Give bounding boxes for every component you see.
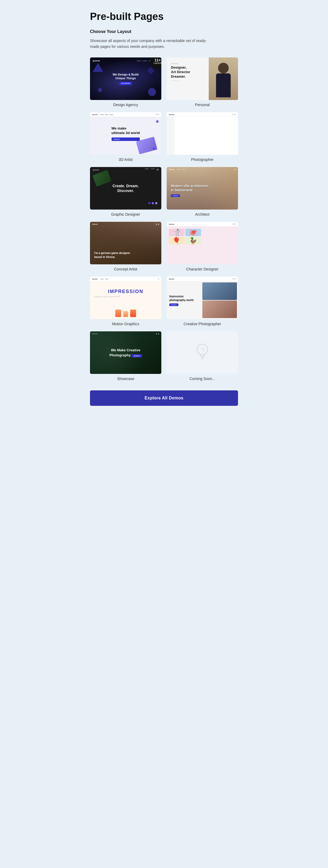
layout-label-creative-photographer: Creative Photographer: [184, 322, 221, 326]
motion-graphics-hero-text: IMPRESSION: [94, 289, 157, 294]
graphic-designer-hero-text: Create. Dream.Discover.: [113, 184, 139, 193]
layout-item-personal[interactable]: Q Quanta Designer,Art DirectorDreamer. P…: [167, 57, 238, 107]
layout-label-photographer: Photographer: [191, 157, 214, 162]
layout-label-design-agency: Design Agency: [113, 103, 138, 107]
concept-artist-hero-text: I'm a german game designerbased in Vienn…: [94, 251, 130, 259]
badge-number: 11+: [155, 58, 161, 62]
layout-label-personal: Personal: [195, 103, 210, 107]
lightbulb-icon: [194, 342, 210, 363]
explore-all-demos-button[interactable]: Explore All Demos: [90, 391, 238, 406]
showcase-hero-text: We Make CreativePhotography Explore: [109, 348, 142, 358]
layout-item-3d-artist[interactable]: Quanta Home Work About We makeultimate 3…: [90, 112, 161, 162]
layout-label-motion-graphics: Motion Graphics: [112, 322, 139, 326]
layout-label-concept-artist: Concept Artist: [114, 267, 137, 271]
layout-item-architect[interactable]: Quanta Home Work Modern villa architectu…: [167, 167, 238, 216]
layout-item-showcase[interactable]: Quanta We Make CreativePhotography Explo…: [90, 331, 161, 381]
layout-item-coming-soon: Coming Soon...: [167, 331, 238, 381]
layout-item-creative-photographer[interactable]: Quanta Impressionphotography world Explo…: [167, 277, 238, 326]
layout-label-architect: Architect: [195, 212, 210, 216]
layouts-grid: Quanta We Design & BuildUnique Thing: [90, 57, 238, 381]
layout-item-photographer[interactable]: Quanta Project Name: [167, 112, 238, 162]
badge-label: Layouts: [153, 62, 161, 64]
page-title: Pre-built Pages: [90, 11, 238, 23]
layout-label-character-designer: Character Designer: [186, 267, 218, 271]
layout-item-design-agency[interactable]: Quanta We Design & BuildUnique Thing: [90, 57, 161, 107]
creative-photographer-hero-text: Impressionphotography world: [169, 294, 200, 302]
layout-label-coming-soon: Coming Soon...: [190, 377, 215, 381]
layout-label-3d-artist: 3D Artist: [119, 157, 133, 162]
layout-item-concept-artist[interactable]: Quanta I'm a german game designerbased i…: [90, 222, 161, 271]
design-agency-hero-text: We Design & BuildUnique Things: [113, 72, 139, 80]
layout-item-motion-graphics[interactable]: Quanta Home Work IMPRESSION: [90, 277, 161, 326]
personal-hero-text: Designer,Art DirectorDreamer.: [171, 65, 204, 79]
section-subtitle: Choose Your Layout: [90, 29, 238, 34]
layout-label-showcase: Showcase: [117, 377, 134, 381]
layout-item-character-designer[interactable]: Quanta 🤺 🐙 🎈 🦆 Character Designer: [167, 222, 238, 271]
3d-artist-hero-text: We makeultimate 3d world: [112, 126, 140, 135]
svg-point-0: [197, 344, 208, 355]
layout-item-graphic-designer[interactable]: Quanta Create. Dream.Discover. Graphic D…: [90, 167, 161, 216]
section-description: Showcase all aspects of your company wit…: [90, 38, 213, 50]
layout-label-graphic-designer: Graphic Designer: [111, 212, 140, 216]
